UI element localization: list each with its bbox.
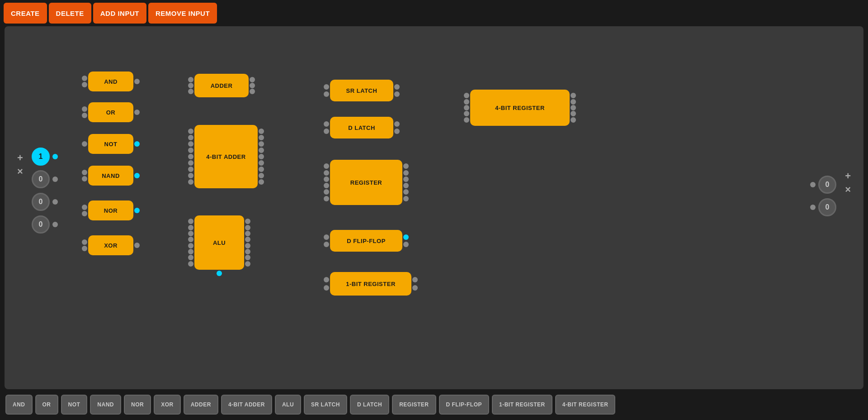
- dot-left-4bitreg-0[interactable]: [464, 93, 469, 98]
- bottom-btn-not[interactable]: NOT: [61, 395, 88, 415]
- dot-left-or-0[interactable]: [82, 106, 87, 112]
- dot-right-register-3[interactable]: [403, 183, 409, 188]
- dot-left-dlatch-1[interactable]: [324, 129, 329, 134]
- remove-input-button[interactable]: REMOVE INPUT: [148, 3, 217, 24]
- gate-nor[interactable]: NOR: [88, 200, 133, 220]
- dot-left-4bitadder-5[interactable]: [188, 160, 193, 166]
- dot-left-alu-4[interactable]: [188, 243, 193, 248]
- gate-4bitreg[interactable]: 4-BIT REGISTER: [470, 90, 570, 126]
- dot-left-nand-1[interactable]: [82, 176, 87, 181]
- dot-left-4bitadder-1[interactable]: [188, 135, 193, 140]
- bottom-btn-d-flip-flop[interactable]: D FLIP-FLOP: [439, 395, 490, 415]
- dot-right-srlatch-0[interactable]: [394, 84, 400, 90]
- dot-right-1bitreg-1[interactable]: [412, 285, 418, 291]
- dot-left-register-5[interactable]: [324, 196, 329, 201]
- output-0[interactable]: 0: [818, 176, 836, 194]
- gate-dlatch[interactable]: D LATCH: [330, 117, 393, 138]
- dot-left-4bitadder-2[interactable]: [188, 141, 193, 147]
- dot-right-dlatch-0[interactable]: [394, 121, 400, 127]
- dot-left-alu-3[interactable]: [188, 237, 193, 242]
- dot-left-alu-5[interactable]: [188, 249, 193, 254]
- dot-left-dflipflop-0[interactable]: [324, 234, 329, 240]
- dot-right-4bitadder-1[interactable]: [259, 135, 264, 140]
- dot-left-nand-0[interactable]: [82, 170, 87, 175]
- dot-right-4bitreg-2[interactable]: [571, 105, 576, 110]
- bottom-btn-4-bit-adder[interactable]: 4-BIT ADDER: [221, 395, 272, 415]
- gate-dflipflop[interactable]: D FLIP-FLOP: [330, 230, 402, 252]
- dot-right-4bitadder-2[interactable]: [259, 141, 264, 147]
- dot-right-1bitreg-0[interactable]: [412, 277, 418, 282]
- dot-left-nor-0[interactable]: [82, 205, 87, 210]
- gate-xor[interactable]: XOR: [88, 235, 133, 255]
- dot-left-nor-1[interactable]: [82, 211, 87, 216]
- dot-right-nand-0[interactable]: [134, 173, 140, 178]
- bottom-btn-xor[interactable]: XOR: [154, 395, 181, 415]
- dot-left-4bitadder-4[interactable]: [188, 154, 193, 159]
- dot-right-and-0[interactable]: [134, 79, 140, 84]
- dot-right-alu-1[interactable]: [245, 225, 250, 230]
- dot-right-4bitreg-0[interactable]: [571, 93, 576, 98]
- dot-right-adder-1[interactable]: [250, 83, 255, 88]
- bottom-btn-register[interactable]: REGISTER: [392, 395, 436, 415]
- dot-right-register-1[interactable]: [403, 170, 409, 176]
- dot-left-alu-0[interactable]: [188, 219, 193, 224]
- gate-and[interactable]: AND: [88, 72, 133, 91]
- dot-left-4bitadder-3[interactable]: [188, 148, 193, 153]
- output-1[interactable]: 0: [818, 198, 836, 216]
- delete-button[interactable]: DELETE: [49, 3, 91, 24]
- dot-left-1bitreg-1[interactable]: [324, 285, 329, 291]
- dot-left-alu-7[interactable]: [188, 261, 193, 267]
- dot-left-or-1[interactable]: [82, 113, 87, 118]
- dot-left-and-0[interactable]: [82, 76, 87, 81]
- dot-right-register-0[interactable]: [403, 163, 409, 169]
- dot-right-alu-2[interactable]: [245, 231, 250, 236]
- dot-right-4bitadder-7[interactable]: [259, 173, 264, 178]
- dot-right-register-4[interactable]: [403, 189, 409, 195]
- left-remove-button[interactable]: ×: [17, 167, 23, 177]
- dot-left-register-2[interactable]: [324, 177, 329, 182]
- dot-left-dflipflop-1[interactable]: [324, 242, 329, 247]
- input-1[interactable]: 0: [32, 170, 50, 188]
- dot-left-register-4[interactable]: [324, 189, 329, 195]
- bottom-btn-sr-latch[interactable]: SR LATCH: [304, 395, 347, 415]
- dot-left-xor-0[interactable]: [82, 239, 87, 245]
- dot-left-alu-1[interactable]: [188, 225, 193, 230]
- dot-right-4bitadder-5[interactable]: [259, 160, 264, 166]
- dot-right-4bitadder-0[interactable]: [259, 129, 264, 134]
- bottom-btn-nand[interactable]: NAND: [90, 395, 121, 415]
- dot-right-adder-2[interactable]: [250, 89, 255, 94]
- dot-left-and-1[interactable]: [82, 82, 87, 87]
- dot-right-or-0[interactable]: [134, 110, 140, 115]
- dot-right-4bitreg-1[interactable]: [571, 99, 576, 105]
- dot-right-xor-0[interactable]: [134, 243, 140, 248]
- create-button[interactable]: CREATE: [4, 3, 47, 24]
- dot-left-register-3[interactable]: [324, 183, 329, 188]
- dot-left-not-0[interactable]: [82, 141, 87, 147]
- dot-right-4bitadder-8[interactable]: [259, 179, 264, 185]
- bottom-btn-and[interactable]: AND: [5, 395, 33, 415]
- right-remove-button[interactable]: ×: [845, 185, 851, 195]
- dot-left-adder-1[interactable]: [188, 83, 193, 88]
- right-add-button[interactable]: +: [845, 171, 851, 181]
- input-3[interactable]: 0: [32, 215, 50, 234]
- dot-left-1bitreg-0[interactable]: [324, 277, 329, 282]
- dot-right-4bitadder-4[interactable]: [259, 154, 264, 159]
- dot-left-xor-1[interactable]: [82, 246, 87, 251]
- dot-right-alu-4[interactable]: [245, 243, 250, 248]
- bottom-btn-1-bit-register[interactable]: 1-BIT REGISTER: [492, 395, 552, 415]
- bottom-btn-d-latch[interactable]: D LATCH: [350, 395, 389, 415]
- dot-right-adder-0[interactable]: [250, 77, 255, 82]
- dot-right-alu-6[interactable]: [245, 255, 250, 260]
- bottom-btn-4-bit-register[interactable]: 4-BIT REGISTER: [555, 395, 616, 415]
- dot-left-4bitadder-7[interactable]: [188, 173, 193, 178]
- dot-left-srlatch-0[interactable]: [324, 84, 329, 90]
- dot-right-alu-5[interactable]: [245, 249, 250, 254]
- dot-left-4bitreg-2[interactable]: [464, 105, 469, 110]
- dot-right-alu-7[interactable]: [245, 261, 250, 267]
- dot-right-alu-0[interactable]: [245, 219, 250, 224]
- dot-right-4bitreg-4[interactable]: [571, 117, 576, 123]
- dot-left-4bitadder-6[interactable]: [188, 167, 193, 172]
- dot-right-dlatch-1[interactable]: [394, 129, 400, 134]
- dot-left-register-1[interactable]: [324, 170, 329, 176]
- gate-1bitreg[interactable]: 1-BIT REGISTER: [330, 272, 411, 296]
